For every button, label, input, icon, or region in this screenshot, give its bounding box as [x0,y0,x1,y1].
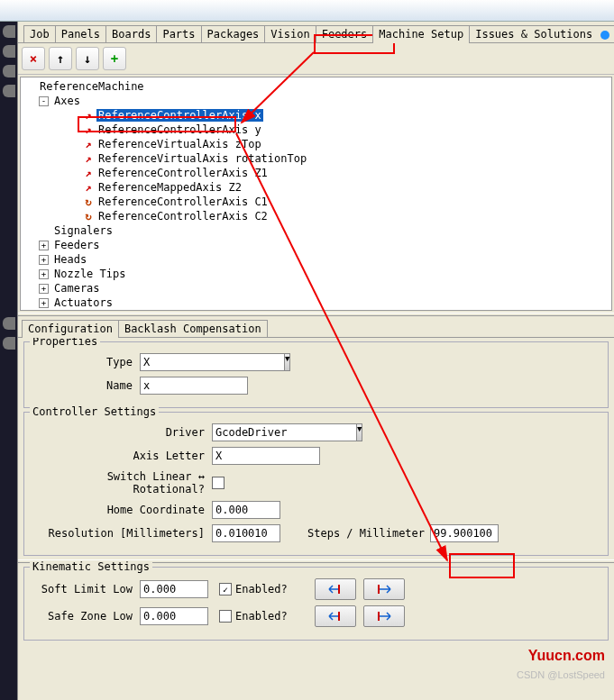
tab-issues-solutions[interactable]: Issues & Solutions [469,25,614,42]
axis-icon: ↻ [82,195,95,208]
tree-axis-item[interactable]: ↗ReferenceControllerAxis y [21,123,611,137]
safe-low-label: Safe Zone Low [32,610,140,623]
chevron-down-icon[interactable]: ▼ [357,423,362,441]
goto-button-2[interactable] [363,605,405,627]
steps-label: Steps / Millimeter [307,527,425,540]
tab-vision[interactable]: Vision [264,25,316,42]
move-down-button[interactable]: ↓ [76,47,99,70]
tab-machine-setup[interactable]: Machine Setup [372,25,470,43]
chevron-down-icon[interactable]: ▼ [285,353,290,371]
switch-checkbox[interactable] [212,477,225,489]
tree-label: Feeders [52,239,102,251]
capture-button-2[interactable] [315,605,356,627]
tree-item[interactable]: +Nozzle Tips [21,267,611,281]
enabled-label-2: Enabled? [235,610,288,623]
expand-icon[interactable]: + [39,241,49,250]
axis-icon: ↗ [82,123,95,136]
tree-root[interactable]: ReferenceMachine [38,80,146,93]
tree-item[interactable]: +Cameras [21,281,611,295]
tab-boards[interactable]: Boards [105,25,157,42]
steps-input[interactable] [430,524,499,542]
axis-letter-input[interactable] [212,447,320,465]
axis-icon: ↗ [82,167,95,179]
safe-low-input[interactable] [140,607,208,625]
main-tabs: JobPanelsBoardsPartsPackagesVisionFeeder… [18,22,614,43]
name-input[interactable] [140,377,248,395]
kinematic-legend: Kinematic Settings [30,560,152,573]
tree-axis-item[interactable]: ↗ReferenceControllerAxis x [21,108,611,123]
add-button[interactable]: + [103,47,126,70]
home-input[interactable] [212,501,280,519]
tab-parts[interactable]: Parts [156,25,201,42]
tree-axis-item[interactable]: ↗ReferenceMappedAxis Z2 [21,180,611,195]
safe-low-enabled-checkbox[interactable] [219,610,232,623]
move-up-button[interactable]: ↑ [49,47,72,70]
expand-icon[interactable]: + [39,284,49,294]
tree-axis-item[interactable]: ↗ReferenceVirtualAxis zTop [21,137,611,151]
left-dock [0,22,18,700]
tree-axis-item[interactable]: ↻ReferenceControllerAxis C2 [21,209,611,223]
driver-combo[interactable]: ▼ [212,423,298,441]
tree-toolbar: × ↑ ↓ + [18,43,614,75]
tree-axis-item[interactable]: ↗ReferenceControllerAxis Z1 [21,166,611,180]
type-label: Type [32,356,140,368]
detail-panel: Properties Type ▼ Name Controller Settin… [18,338,614,700]
tree-label: Actuators [52,296,115,309]
enabled-label: Enabled? [235,583,288,595]
axis-label: ReferenceVirtualAxis zTop [96,138,263,150]
tab-panels[interactable]: Panels [55,25,106,42]
type-combo[interactable]: ▼ [140,353,219,371]
soft-low-enabled-checkbox[interactable]: ✓ [219,583,232,595]
delete-button[interactable]: × [22,47,45,70]
properties-legend: Properties [30,338,100,348]
tree-axes[interactable]: Axes [52,95,82,107]
status-dot-icon [600,31,609,40]
watermark: Yuucn.com [528,648,605,664]
driver-label: Driver [32,426,212,439]
controller-group: Controller Settings Driver ▼ Axis Letter… [23,412,609,556]
machine-tree[interactable]: ReferenceMachine -Axes ↗ReferenceControl… [20,77,612,311]
tab-packages[interactable]: Packages [201,25,266,42]
soft-low-label: Soft Limit Low [32,583,140,595]
tree-label: Cameras [52,282,102,295]
tab-feeders[interactable]: Feeders [316,25,374,42]
kinematic-group: Kinematic Settings Soft Limit Low ✓ Enab… [23,567,609,641]
axis-label: ReferenceControllerAxis x [96,109,263,122]
axis-icon: ↗ [82,109,95,122]
tree-item[interactable]: +Heads [21,252,611,267]
axis-label: ReferenceControllerAxis Z1 [96,167,270,179]
home-label: Home Coordinate [32,504,212,516]
axis-label: ReferenceVirtualAxis rotationTop [96,152,308,165]
subtab-configuration[interactable]: Configuration [22,320,119,338]
watermark-2: CSDN @LostSpeed [517,669,605,680]
tree-item[interactable]: +Actuators [21,295,611,310]
axis-letter-label: Axis Letter [32,450,212,462]
tree-item[interactable]: +Feeders [21,238,611,252]
axis-icon: ↗ [82,152,95,165]
tree-axis-item[interactable]: ↻ReferenceControllerAxis C1 [21,195,611,209]
axis-label: ReferenceControllerAxis y [96,123,263,136]
window-titlebar [0,0,614,22]
resolution-input[interactable] [212,524,280,542]
axis-icon: ↻ [82,210,95,223]
name-label: Name [32,379,140,392]
properties-group: Properties Type ▼ Name [23,341,609,408]
axis-label: ReferenceControllerAxis C2 [96,210,270,223]
soft-low-input[interactable] [140,580,208,598]
expand-icon[interactable]: + [39,298,49,308]
detail-tabs: ConfigurationBacklash Compensation [18,316,614,338]
expand-icon[interactable]: + [39,269,49,279]
expand-icon[interactable]: - [39,96,49,106]
resolution-label: Resolution [Millimeters] [32,527,212,540]
type-input[interactable] [140,353,285,371]
tree-item[interactable]: +Drivers [21,310,611,311]
driver-input[interactable] [212,423,357,441]
capture-button-1[interactable] [315,578,356,600]
tree-signalers[interactable]: Signalers [52,224,115,237]
subtab-backlash-compensation[interactable]: Backlash Compensation [118,320,268,337]
goto-button-1[interactable] [363,578,405,600]
tab-job[interactable]: Job [23,25,56,42]
tree-axis-item[interactable]: ↗ReferenceVirtualAxis rotationTop [21,151,611,166]
expand-icon[interactable]: + [39,255,49,265]
tree-label: Heads [52,253,88,266]
